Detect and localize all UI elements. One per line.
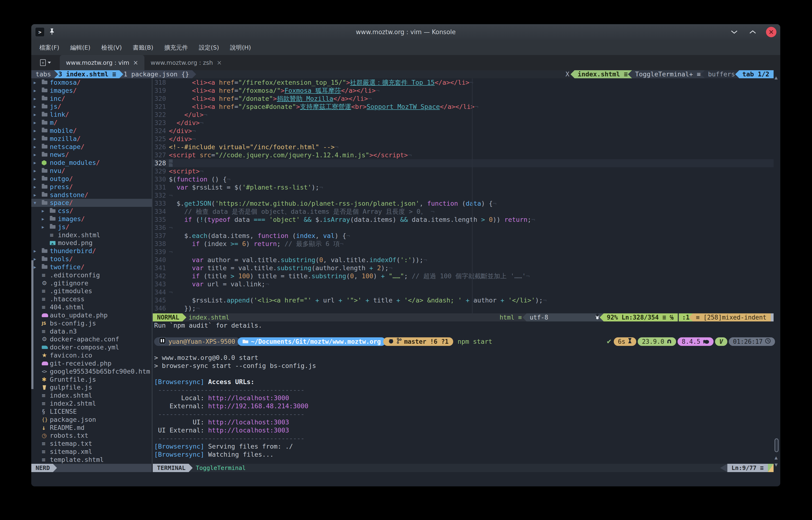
tree-item-css[interactable]: ▸css/ xyxy=(31,207,152,215)
tree-item-data.n3[interactable]: ≡data.n3 xyxy=(31,328,152,335)
tree-item-images[interactable]: ▸images/ xyxy=(31,86,152,95)
tree-item-thunderbird[interactable]: ▸thunderbird/ xyxy=(31,247,152,255)
tabline-item[interactable]: index.shtml ≡ xyxy=(571,70,632,78)
nerdtree-sidebar[interactable]: ▸foxmosa/▸images/▸inc/▸js/▸link/▸m/▸mobi… xyxy=(31,79,152,464)
close-button[interactable] xyxy=(766,27,777,37)
tree-item-link[interactable]: ▸link/ xyxy=(31,110,152,119)
tree-item-robots.txt[interactable]: ◷robots.txt xyxy=(31,432,152,440)
tree-item-foxmosa[interactable]: ▸foxmosa/ xyxy=(31,79,152,86)
tree-expand-icon[interactable]: ▸ xyxy=(34,79,42,86)
menu-item-3[interactable]: 書籤(B) xyxy=(128,42,158,53)
tree-item-index.shtml[interactable]: ≡index.shtml xyxy=(31,231,152,239)
maximize-button[interactable] xyxy=(748,27,758,37)
tree-expand-icon[interactable]: ▸ xyxy=(34,103,42,110)
tree-expand-icon[interactable]: ▸ xyxy=(42,215,50,223)
menu-item-6[interactable]: 說明(H) xyxy=(225,42,255,53)
tree-expand-icon[interactable]: ▸ xyxy=(34,143,42,151)
tree-item-js[interactable]: ▸js/ xyxy=(31,223,152,231)
tree-item-auto_update.php[interactable]: auto_update.php xyxy=(31,311,152,319)
tree-expand-icon[interactable]: ▸ xyxy=(34,119,42,127)
tree-item-moved.png[interactable]: moved.png xyxy=(31,239,152,247)
menu-item-4[interactable]: 擴充元件 xyxy=(159,42,193,53)
tree-item-LICENSE[interactable]: §LICENSE xyxy=(31,408,152,416)
tree-item-.htaccess[interactable]: ≡.htaccess xyxy=(31,295,152,303)
tree-item-docker-apache.conf[interactable]: ⚙docker-apache.conf xyxy=(31,335,152,343)
tree-item-git-received.php[interactable]: git-received.php xyxy=(31,359,152,367)
tree-item-google955345b65bfc90e0.htm[interactable]: <>google955345b65bfc90e0.htm xyxy=(31,367,152,375)
menu-item-5[interactable]: 設定(S) xyxy=(194,42,224,53)
tree-item-node_modules[interactable]: ▸node_modules/ xyxy=(31,159,152,167)
terminal-pane[interactable]: Run `npm audit` for details. yuan@Yuan-X… xyxy=(153,321,775,464)
tree-item-js[interactable]: ▸js/ xyxy=(31,103,152,110)
menu-item-0[interactable]: 檔案(F) xyxy=(35,42,64,53)
vim-tab[interactable]: tabs xyxy=(31,70,58,78)
tree-item-tools[interactable]: ▸tools/ xyxy=(31,255,152,263)
tree-expand-icon[interactable]: ▸ xyxy=(34,175,42,183)
tree-item-twoffice[interactable]: ▸twoffice/ xyxy=(31,263,152,271)
tree-item-mobile[interactable]: ▸mobile/ xyxy=(31,127,152,135)
tree-expand-icon[interactable]: ▸ xyxy=(34,263,42,271)
tree-item-docker-compose.yml[interactable]: docker-compose.yml xyxy=(31,343,152,351)
tree-item-404.shtml[interactable]: ≡404.shtml xyxy=(31,303,152,311)
scrollbar[interactable]: ▲ ▲ ▼ xyxy=(774,70,780,486)
new-tab-button[interactable]: + xyxy=(31,55,60,70)
editor[interactable]: 318 <li><a href="/firefox/extension_top_… xyxy=(153,79,774,313)
scroll-up-arrow[interactable]: ▲ xyxy=(775,453,778,462)
tree-item-sandstone[interactable]: ▸sandstone/ xyxy=(31,191,152,199)
tree-item-images[interactable]: ▸images/ xyxy=(31,215,152,223)
vim-tab[interactable]: 3 index.shtml ≡ xyxy=(54,70,123,78)
tree-item-favicon.ico[interactable]: ★favicon.ico xyxy=(31,351,152,359)
scroll-up-icon[interactable]: ▲ xyxy=(775,74,778,82)
tree-expand-icon[interactable]: ▸ xyxy=(34,167,42,175)
titlebar[interactable]: > www.moztw.org : vim — Konsole xyxy=(31,24,780,40)
tabline-item[interactable]: tab 1/2 xyxy=(735,70,774,78)
tree-expand-icon[interactable]: ▸ xyxy=(34,95,42,103)
tree-expand-icon[interactable]: ▸ xyxy=(34,86,42,95)
tree-expand-icon[interactable]: ▸ xyxy=(34,159,42,167)
tree-item-netscape[interactable]: ▸netscape/ xyxy=(31,143,152,151)
tab-close-icon[interactable]: × xyxy=(217,59,222,66)
tabline-item[interactable]: buffers xyxy=(701,70,739,78)
tree-expand-icon[interactable]: ▸ xyxy=(42,207,50,215)
tree-item-package.json[interactable]: {}package.json xyxy=(31,416,152,424)
scrollbar-thumb[interactable] xyxy=(775,438,779,452)
scroll-down-arrow[interactable]: ▼ xyxy=(775,461,778,469)
tree-item-news[interactable]: ▸news/ xyxy=(31,151,152,159)
tree-expand-icon[interactable]: ▸ xyxy=(34,135,42,143)
tree-expand-icon[interactable]: ▸ xyxy=(34,127,42,135)
tree-item-press[interactable]: ▸press/ xyxy=(31,183,152,191)
tree-item-index2.shtml[interactable]: ≡index2.shtml xyxy=(31,399,152,408)
tree-expand-icon[interactable]: ▸ xyxy=(34,110,42,119)
tree-item-bs-config.js[interactable]: JSbs-config.js xyxy=(31,319,152,328)
tree-expand-icon[interactable]: ▸ xyxy=(34,183,42,191)
tree-item-Gruntfile.js[interactable]: ✱Gruntfile.js xyxy=(31,375,152,384)
terminal-view[interactable]: tabs3 index.shtml ≡1 package.json {}Xind… xyxy=(31,70,780,486)
tree-expand-icon[interactable]: ▸ xyxy=(34,255,42,263)
tree-expand-icon[interactable]: ▾ xyxy=(34,199,42,207)
tree-item-index.shtml[interactable]: ≡index.shtml xyxy=(31,391,152,399)
tree-item-gulpfile.js[interactable]: gulpfile.js xyxy=(31,383,152,391)
tree-item-space[interactable]: ▾space/ xyxy=(31,199,152,207)
tree-item-.gitmodules[interactable]: ≡.gitmodules xyxy=(31,287,152,295)
menu-item-2[interactable]: 檢視(V) xyxy=(97,42,127,53)
tree-item-m[interactable]: ▸m/ xyxy=(31,119,152,127)
tree-item-template.shtml[interactable]: ≡template.shtml xyxy=(31,456,152,464)
tree-expand-icon[interactable]: ▸ xyxy=(34,191,42,199)
tree-expand-icon[interactable]: ▸ xyxy=(42,223,50,231)
tree-item-sitemap.xml[interactable]: ≡sitemap.xml xyxy=(31,448,152,456)
tabline-item[interactable]: ToggleTerminal+ ≡ xyxy=(628,70,705,78)
tab-close-icon[interactable]: × xyxy=(133,59,138,66)
tree-item-.gitignore[interactable]: ⚙.gitignore xyxy=(31,279,152,287)
tree-expand-icon[interactable]: ▸ xyxy=(34,247,42,255)
tree-expand-icon[interactable]: ▸ xyxy=(34,151,42,159)
konsole-tab[interactable]: www.moztw.org : vim× xyxy=(60,55,144,70)
konsole-tab[interactable]: www.moztw.org : zsh× xyxy=(144,55,228,70)
tree-item-nvu[interactable]: ▸nvu/ xyxy=(31,167,152,175)
tree-item-.editorconfig[interactable]: ≡.editorconfig xyxy=(31,271,152,279)
tree-item-outgo[interactable]: ▸outgo/ xyxy=(31,175,152,183)
tree-item-inc[interactable]: ▸inc/ xyxy=(31,95,152,103)
menu-item-1[interactable]: 編輯(E) xyxy=(65,42,95,53)
tree-item-README.md[interactable]: ↓README.md xyxy=(31,424,152,432)
tree-item-sitemap.txt[interactable]: ≡sitemap.txt xyxy=(31,440,152,448)
tree-item-mozilla[interactable]: ▸mozilla/ xyxy=(31,135,152,143)
